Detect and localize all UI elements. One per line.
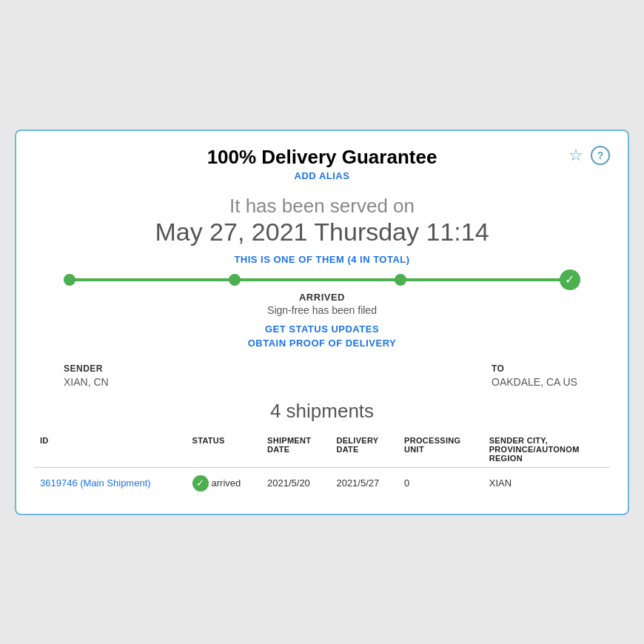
check-circle-icon: ✓ [192,475,209,492]
header-icons: ☆ ? [568,146,610,165]
table-header: ID STATUS SHIPMENTDATE DELIVERYDATE PROC… [34,432,610,468]
status-badge: ✓ arrived [192,475,241,492]
shipments-title: 4 shipments [34,400,610,423]
star-button[interactable]: ☆ [568,147,583,164]
progress-step-2 [229,274,241,286]
sender-to-section: SENDER XIAN, CN TO OAKDALE, CA US [64,363,580,388]
table-row: 3619746 (Main Shipment) ✓ arrived 2021/5… [34,467,610,499]
row-processing-unit: 0 [398,467,483,499]
row-delivery-date: 2021/5/27 [330,467,398,499]
col-sender-city: SENDER CITY,PROVINCE/AUTONOMREGION [483,432,610,468]
col-status: STATUS [187,432,261,468]
shipments-table: ID STATUS SHIPMENTDATE DELIVERYDATE PROC… [34,432,610,499]
progress-step-4: ✓ [560,269,580,290]
arrived-label: ARRIVED [34,292,610,303]
main-card: 100% Delivery Guarantee ADD ALIAS ☆ ? It… [15,130,629,515]
to-block: TO OAKDALE, CA US [492,363,580,388]
col-processing-unit: PROCESSINGUNIT [398,432,483,468]
sender-block: SENDER XIAN, CN [64,363,152,388]
sign-free-text: Sign-free has been filed [34,304,610,316]
col-id: ID [34,432,187,468]
progress-track: ✓ [64,278,580,281]
col-delivery-date: DELIVERYDATE [330,432,398,468]
total-label: THIS IS ONE OF THEM (4 IN TOTAL) [34,254,610,265]
served-line1: It has been served on [34,195,610,218]
row-shipment-date: 2021/5/20 [261,467,330,499]
to-label: TO [492,363,580,374]
header-center: 100% Delivery Guarantee ADD ALIAS [34,146,610,181]
proof-of-delivery-link[interactable]: OBTAIN PROOF OF DELIVERY [248,338,397,349]
table-body: 3619746 (Main Shipment) ✓ arrived 2021/5… [34,467,610,499]
served-section: It has been served on May 27, 2021 Thurs… [34,195,610,246]
progress-step-3 [395,274,406,286]
header: 100% Delivery Guarantee ADD ALIAS ☆ ? [34,146,610,181]
progress-section: ✓ [64,278,580,281]
to-value: OAKDALE, CA US [492,376,580,388]
status-section: ARRIVED Sign-free has been filed GET STA… [34,292,610,349]
progress-step-1 [64,274,76,286]
served-line2: May 27, 2021 Thursday 11:14 [34,218,610,246]
col-shipment-date: SHIPMENTDATE [261,432,330,468]
add-alias-link[interactable]: ADD ALIAS [34,170,610,181]
page-title: 100% Delivery Guarantee [207,146,437,168]
status-text: arrived [212,477,241,489]
help-button[interactable]: ? [591,146,610,165]
sender-value: XIAN, CN [64,376,152,388]
help-circle: ? [591,146,610,165]
row-status: ✓ arrived [187,467,261,499]
status-updates-link[interactable]: GET STATUS UPDATES [265,323,379,335]
row-sender-city: XIAN [483,467,610,499]
row-id: 3619746 (Main Shipment) [34,467,187,499]
sender-label: SENDER [64,363,152,374]
shipment-id-link[interactable]: 3619746 (Main Shipment) [40,477,151,489]
